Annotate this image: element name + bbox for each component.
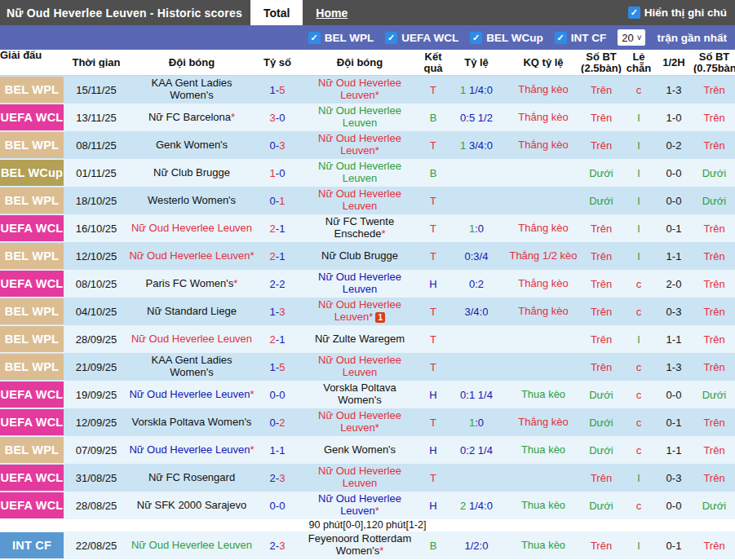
home-team[interactable]: Nữ Standard Liege	[127, 305, 256, 319]
over-under-2-5: Dưới	[579, 500, 623, 512]
away-team[interactable]: Nữ Club Brugge	[299, 249, 421, 263]
away-team[interactable]: Feyenoord Rotterdam Women's*	[299, 532, 421, 558]
league-badge: UEFA WCL	[0, 381, 64, 408]
handicap-result: Thắng kèo	[507, 139, 579, 151]
away-team[interactable]: Nữ Oud Heverlee Leuven*	[299, 77, 421, 103]
result: H	[421, 389, 445, 401]
league-cell: BEL WPL	[0, 187, 65, 214]
home-team[interactable]: Vorskla Poltava Women's	[127, 416, 256, 430]
match-date: 18/10/25	[65, 195, 127, 207]
first-half-score: 2-0	[654, 278, 693, 290]
match-count-select[interactable]: 20 ˅	[618, 29, 645, 46]
checkbox-checked-icon[interactable]: ✓	[385, 32, 397, 44]
match-date: 22/08/25	[65, 540, 127, 552]
league-cell: BEL WPL	[0, 242, 65, 270]
home-team[interactable]: Genk Women's	[127, 139, 256, 152]
home-team[interactable]: Nữ Oud Heverlee Leuven	[127, 333, 256, 346]
over-under-0-75: Trên	[693, 223, 735, 235]
tab-total[interactable]: Total	[250, 0, 303, 25]
table-row: UEFA WCL 28/08/25 Nữ SFK 2000 Sarajevo 0…	[0, 492, 735, 519]
first-half-score: 0-1	[654, 223, 693, 235]
home-team[interactable]: Nữ Oud Heverlee Leuven	[127, 539, 256, 553]
checkbox-checked-icon[interactable]: ✓	[628, 7, 640, 19]
home-team[interactable]: Nữ Oud Heverlee Leuven*	[127, 443, 256, 457]
away-team[interactable]: Vorskla Poltava Women's	[299, 381, 421, 408]
team-name: Nữ Oud Heverlee Leuven	[129, 388, 250, 400]
result: H	[421, 500, 445, 512]
away-team[interactable]: Nữ Oud Heverlee Leuven	[299, 271, 421, 297]
home-advantage-star: *	[231, 111, 235, 123]
away-team[interactable]: Nữ Oud Heverlee Leuven*	[299, 132, 421, 158]
away-team[interactable]: Nữ Oud Heverlee Leuven	[299, 354, 421, 380]
filter-label: BEL WPL	[325, 32, 374, 44]
home-team[interactable]: Paris FC Women's*	[127, 277, 256, 291]
home-team[interactable]: Nữ Oud Heverlee Leuven*	[127, 249, 256, 263]
home-goals: 0	[270, 195, 276, 207]
away-team[interactable]: Nữ Oud Heverlee Leuven	[299, 160, 421, 186]
team-name: Feyenoord Rotterdam Women's	[308, 532, 411, 557]
match-date: 12/10/25	[65, 250, 127, 262]
away-team[interactable]: Nữ Oud Heverlee Leuven	[299, 465, 421, 491]
checkbox-checked-icon[interactable]: ✓	[555, 32, 567, 44]
odds-part: :0	[475, 417, 484, 429]
league-cell: UEFA WCL	[0, 214, 65, 242]
away-team[interactable]: Nữ Oud Heverlee Leuven*	[299, 492, 421, 518]
odds-part: :0	[475, 223, 484, 235]
first-half-score: 0-0	[654, 500, 693, 512]
handicap-result: Thắng 1/2 kèo	[507, 250, 579, 262]
home-goals: 1	[270, 306, 276, 318]
home-goals: 3	[270, 112, 276, 124]
table-row: UEFA WCL 16/10/25 Nữ Oud Heverlee Leuven…	[0, 214, 735, 242]
away-team[interactable]: Nữ FC Twente Enschede*	[299, 215, 421, 241]
first-half-score: 0-3	[654, 472, 693, 484]
tab-home[interactable]: Home	[303, 0, 361, 25]
over-under-0-75: Dưới	[693, 389, 735, 401]
away-goals: 2	[279, 417, 285, 429]
home-team[interactable]: KAA Gent Ladies Women's	[127, 354, 256, 380]
home-team[interactable]: Nữ FC Barcelona*	[127, 111, 256, 125]
score: 1-5	[256, 361, 299, 373]
score: 3-0	[256, 112, 299, 124]
checkbox-checked-icon[interactable]: ✓	[470, 32, 482, 44]
filter-int-cf[interactable]: ✓ INT CF	[555, 32, 607, 44]
checkbox-checked-icon[interactable]: ✓	[308, 32, 321, 44]
show-notes-label: Hiển thị ghi chú	[644, 7, 727, 19]
team-name: Nữ Oud Heverlee Leuven	[318, 409, 401, 434]
team-name: Nữ Standard Liege	[147, 305, 237, 317]
over-under-2-5: Trên	[579, 472, 623, 484]
home-team[interactable]: KAA Gent Ladies Women's	[127, 77, 256, 103]
away-team[interactable]: Nữ Oud Heverlee Leuven	[299, 104, 421, 130]
home-advantage-star: *	[250, 249, 255, 262]
away-team[interactable]: Genk Women's	[299, 443, 421, 457]
filter-bel-wcup[interactable]: ✓ BEL WCup	[470, 32, 543, 44]
score: 2-3	[256, 472, 299, 484]
handicap-odds: 0:3/4	[445, 250, 507, 262]
home-team[interactable]: Nữ Club Brugge	[127, 166, 256, 180]
away-goals: 1	[279, 195, 285, 207]
result: T	[421, 84, 445, 96]
home-team[interactable]: Nữ FC Rosengard	[127, 471, 256, 485]
odd-even: l	[623, 112, 654, 124]
header-odds-result: KQ tỷ lệ	[507, 57, 579, 68]
filter-uefa-wcl[interactable]: ✓ UEFA WCL	[385, 32, 458, 44]
show-notes-toggle[interactable]: ✓ Hiển thị ghi chú	[628, 0, 735, 25]
team-name: Nữ Oud Heverlee Leuven	[129, 249, 250, 262]
away-team[interactable]: Nữ Oud Heverlee Leuven*1	[299, 298, 421, 324]
team-name: Nữ Oud Heverlee Leuven	[318, 271, 401, 295]
home-team[interactable]: Westerlo Women's	[127, 194, 256, 208]
home-team[interactable]: Nữ SFK 2000 Sarajevo	[127, 499, 256, 513]
odd-even: l	[623, 195, 654, 207]
home-team[interactable]: Nữ Oud Heverlee Leuven	[127, 222, 256, 236]
away-team[interactable]: Nữ Zulte Waregem	[299, 333, 421, 346]
header-odds: Tỷ lệ	[445, 57, 507, 68]
over-under-2-5: Trên	[579, 223, 623, 235]
team-name: Nữ Oud Heverlee Leuven	[318, 298, 401, 323]
home-goals: 1	[270, 84, 276, 96]
league-badge: UEFA WCL	[0, 492, 64, 518]
filter-bel-wpl[interactable]: ✓ BEL WPL	[308, 32, 374, 44]
header-date: Thời gian	[65, 57, 127, 68]
first-half-score: 0-0	[654, 167, 693, 179]
home-team[interactable]: Nữ Oud Heverlee Leuven*	[127, 388, 256, 402]
away-team[interactable]: Nữ Oud Heverlee Leuven*	[299, 409, 421, 435]
away-team[interactable]: Nữ Oud Heverlee Leuven	[299, 187, 421, 214]
